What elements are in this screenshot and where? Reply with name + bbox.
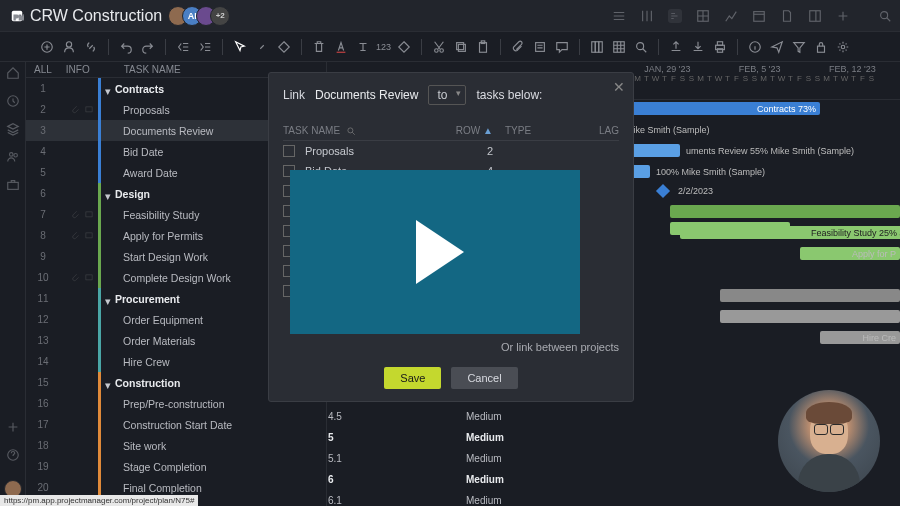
close-icon[interactable]: ✕	[613, 79, 625, 95]
svg-point-35	[348, 127, 353, 132]
svg-point-19	[637, 42, 644, 49]
attach-icon[interactable]	[509, 38, 527, 56]
grid-row[interactable]: 5.1Medium	[328, 448, 512, 469]
link-direction-select[interactable]: to	[428, 85, 466, 105]
text-color-icon[interactable]	[332, 38, 350, 56]
help-icon[interactable]	[6, 448, 20, 462]
table-icon[interactable]	[610, 38, 628, 56]
gantt-bar[interactable]: Contracts 73%	[620, 102, 820, 115]
tab-info[interactable]: INFO	[66, 64, 90, 75]
link-icon[interactable]	[82, 38, 100, 56]
svg-point-7	[66, 41, 71, 46]
plus-rail-icon[interactable]	[6, 420, 20, 434]
calendar-icon[interactable]	[752, 9, 766, 23]
send-icon[interactable]	[768, 38, 786, 56]
svg-rect-14	[536, 42, 545, 51]
cursor-icon[interactable]	[231, 38, 249, 56]
presenter-webcam	[778, 390, 880, 492]
zoom-icon[interactable]	[632, 38, 650, 56]
grid-row[interactable]: 4.5Medium	[328, 406, 512, 427]
svg-rect-3	[754, 11, 765, 21]
users-icon[interactable]	[6, 150, 20, 164]
video-play-overlay[interactable]	[290, 170, 580, 334]
col-type[interactable]: TYPE	[493, 125, 553, 136]
svg-rect-17	[599, 41, 603, 52]
grid-rows-extra: 4.5Medium5Medium5.1Medium6Medium6.1Mediu…	[328, 406, 512, 506]
grid-row[interactable]: 6Medium	[328, 469, 512, 490]
filter-icon[interactable]	[790, 38, 808, 56]
gantt-bar[interactable]: Apply for P	[800, 247, 900, 260]
note-icon[interactable]	[531, 38, 549, 56]
gantt-bar[interactable]: Hire Cre	[820, 331, 900, 344]
redo-icon[interactable]	[139, 38, 157, 56]
svg-rect-32	[86, 212, 92, 217]
gear-icon[interactable]	[834, 38, 852, 56]
gantt-bar[interactable]	[720, 310, 900, 323]
chart-icon[interactable]	[724, 9, 738, 23]
milestone-icon[interactable]	[656, 184, 670, 198]
topbar: PM CRW Construction AI +2	[0, 0, 900, 32]
lock-icon[interactable]	[812, 38, 830, 56]
gantt-label: 2/2/2023	[674, 184, 717, 197]
comment-icon[interactable]	[553, 38, 571, 56]
app-title: CRW Construction	[30, 7, 162, 25]
tab-all[interactable]: ALL	[34, 64, 52, 75]
unlink-icon[interactable]	[253, 38, 271, 56]
col-taskname: TASK NAME	[124, 64, 181, 75]
grid-icon[interactable]	[696, 9, 710, 23]
grid-row[interactable]: 5Medium	[328, 427, 512, 448]
gantt-icon[interactable]	[668, 9, 682, 23]
cut-icon[interactable]	[430, 38, 448, 56]
svg-rect-21	[717, 41, 722, 45]
modal-task-row[interactable]: Proposals2	[283, 141, 619, 161]
panel-icon[interactable]	[808, 9, 822, 23]
add-circle-icon[interactable]	[38, 38, 56, 56]
gantt-bar[interactable]	[670, 205, 900, 218]
menu-icon[interactable]	[612, 9, 626, 23]
task-row[interactable]: 18Site work	[26, 435, 326, 456]
link-projects[interactable]: Or link between projects	[283, 341, 619, 353]
outdent-icon[interactable]	[174, 38, 192, 56]
diamond-icon[interactable]	[275, 38, 293, 56]
zoom-label: 123	[376, 38, 391, 56]
undo-icon[interactable]	[117, 38, 135, 56]
col-row[interactable]: ROW ▲	[443, 125, 493, 136]
play-icon	[416, 220, 464, 284]
save-button[interactable]: Save	[384, 367, 441, 389]
col-taskname[interactable]: TASK NAME	[283, 125, 443, 136]
avatar-more[interactable]: +2	[210, 6, 230, 26]
paste-icon[interactable]	[474, 38, 492, 56]
svg-rect-29	[7, 182, 18, 189]
trash-icon[interactable]	[310, 38, 328, 56]
doc-icon[interactable]	[780, 9, 794, 23]
app-logo-icon: PM	[8, 7, 26, 25]
cancel-button[interactable]: Cancel	[451, 367, 517, 389]
task-row[interactable]: 19Stage Completion	[26, 456, 326, 477]
grid-row[interactable]: 6.1Medium	[328, 490, 512, 506]
info-icon[interactable]	[746, 38, 764, 56]
col-lag[interactable]: LAG	[553, 125, 619, 136]
gantt-bar[interactable]	[720, 289, 900, 302]
shape-icon[interactable]	[395, 38, 413, 56]
clear-format-icon[interactable]	[354, 38, 372, 56]
briefcase-icon[interactable]	[6, 178, 20, 192]
layers-icon[interactable]	[6, 122, 20, 136]
indent-icon[interactable]	[196, 38, 214, 56]
link-label: Link	[283, 88, 305, 102]
print-icon[interactable]	[711, 38, 729, 56]
task-row[interactable]: 17Construction Start Date	[26, 414, 326, 435]
gantt-bar[interactable]: Feasibility Study 25% Ji	[680, 226, 900, 239]
user-icon[interactable]	[60, 38, 78, 56]
avatar-stack[interactable]: AI +2	[174, 6, 230, 26]
board-icon[interactable]	[640, 9, 654, 23]
export-icon[interactable]	[667, 38, 685, 56]
clock-icon[interactable]	[6, 94, 20, 108]
timeline-date: FEB, 12 '23	[829, 64, 876, 74]
copy-icon[interactable]	[452, 38, 470, 56]
search-icon[interactable]	[878, 9, 892, 23]
svg-point-25	[841, 45, 845, 49]
home-icon[interactable]	[6, 66, 20, 80]
plus-icon[interactable]	[836, 9, 850, 23]
columns-icon[interactable]	[588, 38, 606, 56]
import-icon[interactable]	[689, 38, 707, 56]
